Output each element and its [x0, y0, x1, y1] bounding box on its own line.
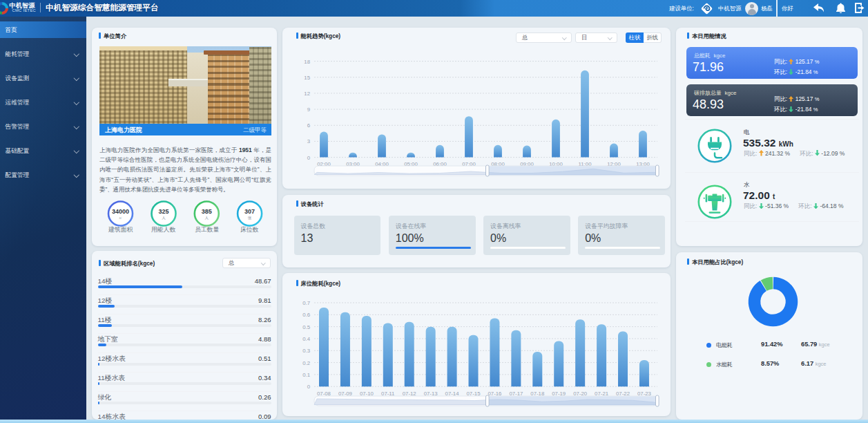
svg-text:15: 15	[304, 75, 310, 81]
svg-text:0.1: 0.1	[302, 372, 310, 378]
svg-text:0: 0	[307, 384, 311, 390]
svg-text:3: 3	[307, 138, 310, 144]
svg-text:0.5: 0.5	[302, 324, 311, 330]
svg-text:18: 18	[304, 59, 310, 65]
svg-text:0: 0	[307, 155, 311, 161]
svg-text:㎡: ㎡	[119, 216, 123, 220]
svg-text:0.3: 0.3	[302, 348, 310, 354]
svg-text:385: 385	[202, 208, 212, 215]
svg-text:人: 人	[162, 216, 166, 220]
svg-text:6: 6	[307, 122, 310, 129]
svg-text:0.2: 0.2	[302, 360, 310, 366]
svg-text:325: 325	[158, 208, 168, 215]
svg-text:34000: 34000	[112, 208, 129, 215]
svg-text:人: 人	[205, 216, 209, 220]
svg-text:0.7: 0.7	[302, 300, 310, 306]
svg-text:0.6: 0.6	[302, 312, 310, 318]
svg-text:9: 9	[307, 106, 310, 113]
svg-text:12: 12	[304, 91, 310, 97]
svg-text:307: 307	[244, 208, 255, 215]
svg-text:0.4: 0.4	[302, 336, 311, 342]
svg-text:张: 张	[248, 216, 252, 220]
